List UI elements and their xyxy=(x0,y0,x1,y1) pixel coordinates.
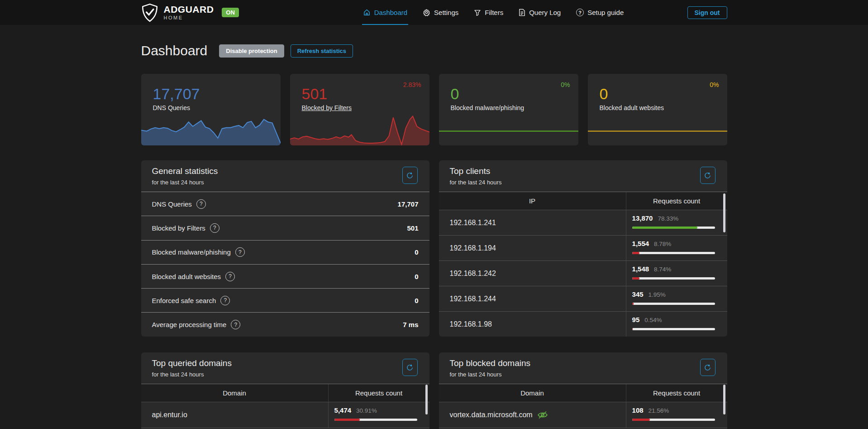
queried-domain[interactable]: api.entur.io xyxy=(152,411,187,419)
top-queried-rows: api.entur.io 5,474 30.91% xyxy=(141,402,429,428)
protection-on-badge: ON xyxy=(222,8,239,17)
requests-bar-fill xyxy=(632,303,634,305)
client-ip[interactable]: 192.168.1.244 xyxy=(450,295,496,303)
unblock-eye-off-icon[interactable] xyxy=(537,411,548,419)
requests-bar-track xyxy=(632,303,715,305)
sign-out-button[interactable]: Sign out xyxy=(687,6,727,19)
general-statistics-panel: General statistics for the last 24 hours… xyxy=(141,160,429,337)
general-statistics-row: Enforced safe search ? 0 xyxy=(141,289,429,313)
nav-item-query-log[interactable]: Query Log xyxy=(519,9,561,16)
blocked-adult-percent: 0% xyxy=(710,81,719,88)
general-statistics-rows: DNS Queries ? 17,707 Blocked by Filters … xyxy=(141,192,429,337)
requests-percent: 30.91% xyxy=(356,407,377,414)
blocked-by-filters-link[interactable]: Blocked by Filters xyxy=(302,104,352,111)
requests-bar-fill xyxy=(632,277,639,280)
funnel-icon xyxy=(474,9,481,16)
general-statistics-row: Blocked adult websites ? 0 xyxy=(141,265,429,289)
help-question-icon[interactable]: ? xyxy=(196,199,206,209)
top-clients-row: 192.168.1.194 1,554 8.78% xyxy=(439,236,727,261)
client-ip[interactable]: 192.168.1.194 xyxy=(450,244,496,252)
general-statistics-title: General statistics xyxy=(152,166,419,176)
blocked-malware-percent: 0% xyxy=(561,81,570,88)
top-blocked-domains-subtitle: for the last 24 hours xyxy=(450,371,716,378)
top-blocked-refresh-button[interactable] xyxy=(700,359,715,376)
top-blocked-row: vortex.data.microsoft.com 108 21.56% xyxy=(439,402,727,428)
requests-percent: 0.54% xyxy=(644,317,662,323)
adguard-brand: ADGUARD HOME ON xyxy=(141,3,277,22)
top-clients-panel: Top clients for the last 24 hours IP Req… xyxy=(439,160,727,337)
top-clients-rows: 192.168.1.241 13,870 78.33% xyxy=(439,210,727,337)
requests-bar-track xyxy=(632,252,715,254)
requests-bar-fill xyxy=(632,252,639,254)
blocked-domain[interactable]: vortex.data.microsoft.com xyxy=(450,411,533,419)
requests-percent: 21.56% xyxy=(649,407,669,414)
top-blocked-scrollbar[interactable] xyxy=(723,385,725,415)
requests-bar-track xyxy=(632,227,715,229)
column-header-requests-count: Requests count xyxy=(329,384,429,402)
disable-protection-button[interactable]: Disable protection xyxy=(219,44,284,58)
requests-bar-fill xyxy=(632,419,650,421)
nav-item-setup-guide[interactable]: ? Setup guide xyxy=(576,9,624,16)
brand-subtitle: HOME xyxy=(164,15,214,20)
top-clients-row: 192.168.1.244 345 1.95% xyxy=(439,286,727,312)
help-question-icon[interactable]: ? xyxy=(210,223,219,233)
column-header-domain: Domain xyxy=(439,384,626,402)
gear-icon xyxy=(423,9,430,16)
stat-card-blocked-adult: 0% 0 Blocked adult websites xyxy=(588,74,727,145)
requests-percent: 1.95% xyxy=(649,291,666,298)
top-blocked-domains-panel: Top blocked domains for the last 24 hour… xyxy=(439,352,727,429)
requests-bar-track xyxy=(632,328,715,330)
top-clients-row: 192.168.1.242 1,548 8.74% xyxy=(439,261,727,286)
top-queried-row: api.entur.io 5,474 30.91% xyxy=(141,402,429,428)
top-clients-refresh-button[interactable] xyxy=(700,167,715,184)
top-blocked-table-header: Domain Requests count xyxy=(439,384,727,402)
blocked-adult-value: 0 xyxy=(588,74,727,102)
blocked-malware-label: Blocked malware/phishing xyxy=(439,102,578,111)
nav-item-dashboard[interactable]: Dashboard xyxy=(363,9,407,16)
help-question-icon[interactable]: ? xyxy=(235,247,245,257)
requests-percent: 8.74% xyxy=(654,266,671,273)
blocked-adult-sparkline xyxy=(588,114,727,145)
help-question-icon[interactable]: ? xyxy=(231,320,240,329)
column-header-requests-count: Requests count xyxy=(626,384,727,402)
top-navbar: ADGUARD HOME ON Dashboard Settings xyxy=(0,0,868,25)
column-header-requests-count: Requests count xyxy=(626,192,727,210)
refresh-icon xyxy=(704,364,711,371)
general-statistics-row: Average processing time ? 7 ms xyxy=(141,313,429,337)
dns-queries-label: DNS Queries xyxy=(141,102,281,111)
refresh-icon xyxy=(406,172,414,179)
blocked-filters-percent: 2.83% xyxy=(403,81,421,88)
requests-bar-fill xyxy=(632,227,697,229)
top-queried-refresh-button[interactable] xyxy=(402,359,418,376)
refresh-icon xyxy=(704,172,711,179)
client-ip[interactable]: 192.168.1.242 xyxy=(450,270,496,278)
blocked-malware-value: 0 xyxy=(439,74,578,102)
column-header-ip: IP xyxy=(439,192,626,210)
requests-count-value: 13,870 xyxy=(632,214,653,222)
stat-card-dns-queries: 17,707 DNS Queries xyxy=(141,74,281,145)
client-ip[interactable]: 192.168.1.98 xyxy=(450,320,492,328)
client-ip[interactable]: 192.168.1.241 xyxy=(450,219,496,227)
refresh-statistics-button[interactable]: Refresh statistics xyxy=(291,44,353,58)
shield-check-icon xyxy=(141,3,158,22)
help-question-icon[interactable]: ? xyxy=(220,296,230,305)
nav-item-settings[interactable]: Settings xyxy=(423,9,458,16)
refresh-icon xyxy=(406,364,414,371)
top-queried-domains-title: Top queried domains xyxy=(152,358,419,368)
dns-queries-value: 17,707 xyxy=(141,74,281,102)
page-title: Dashboard xyxy=(141,43,208,58)
stat-card-blocked-by-filters: 2.83% 501 Blocked by Filters xyxy=(290,74,429,145)
general-statistics-refresh-button[interactable] xyxy=(402,167,418,184)
requests-count-value: 5,474 xyxy=(334,406,352,414)
blocked-filters-sparkline xyxy=(290,114,429,145)
top-queried-domains-panel: Top queried domains for the last 24 hour… xyxy=(141,352,429,429)
top-queried-scrollbar[interactable] xyxy=(425,385,428,415)
top-clients-scrollbar[interactable] xyxy=(723,193,725,232)
nav-item-filters[interactable]: Filters xyxy=(474,9,503,16)
page-header: Dashboard Disable protection Refresh sta… xyxy=(141,43,727,58)
requests-count-value: 1,554 xyxy=(632,240,649,247)
top-clients-table-header: IP Requests count xyxy=(439,192,727,210)
top-blocked-rows: vortex.data.microsoft.com 108 21.56% xyxy=(439,402,727,428)
top-blocked-domains-title: Top blocked domains xyxy=(450,358,716,368)
help-question-icon[interactable]: ? xyxy=(225,272,235,281)
